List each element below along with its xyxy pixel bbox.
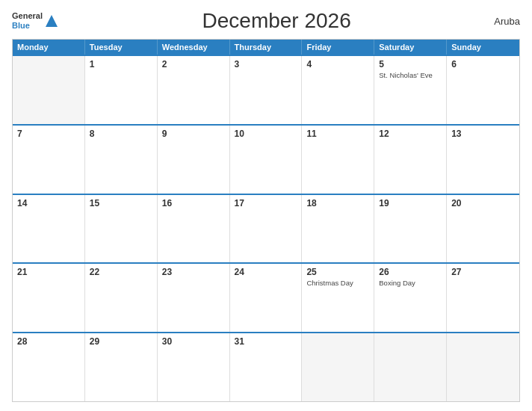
day-event: Christmas Day xyxy=(306,279,369,288)
calendar-cell: 3 xyxy=(230,56,303,124)
calendar-cell: 22 xyxy=(85,264,158,332)
page-header: General Blue December 2026 Aruba xyxy=(12,9,520,33)
day-number: 30 xyxy=(162,336,225,347)
day-number: 8 xyxy=(90,129,152,139)
header-friday: Friday xyxy=(302,40,374,55)
calendar-cell: 8 xyxy=(85,126,158,194)
calendar-cell: 2 xyxy=(158,56,230,124)
calendar-cell: 1 xyxy=(85,56,158,124)
calendar-cell: 6 xyxy=(447,56,519,124)
day-number: 15 xyxy=(90,198,152,208)
calendar-page: General Blue December 2026 Aruba Monday … xyxy=(0,0,532,411)
calendar-cell: 17 xyxy=(230,195,303,263)
calendar-row-4: 28293031 xyxy=(13,332,519,401)
calendar-cell: 11 xyxy=(302,126,374,194)
calendar-cell xyxy=(302,333,374,401)
day-number: 17 xyxy=(235,198,297,208)
calendar-cell: 23 xyxy=(158,264,230,332)
day-number: 11 xyxy=(306,129,369,139)
day-number: 24 xyxy=(235,267,297,277)
day-number: 14 xyxy=(17,198,80,208)
calendar-cell: 4 xyxy=(302,56,374,124)
header-sunday: Sunday xyxy=(447,40,519,55)
day-number: 10 xyxy=(235,129,297,139)
calendar-cell: 9 xyxy=(158,126,230,194)
logo-blue-text: Blue xyxy=(12,21,43,31)
calendar-body: 12345St. Nicholas' Eve678910111213141516… xyxy=(13,55,519,401)
calendar-header: Monday Tuesday Wednesday Thursday Friday… xyxy=(13,40,519,55)
day-number: 21 xyxy=(17,267,80,277)
day-number: 26 xyxy=(379,267,442,277)
calendar-cell: 29 xyxy=(85,333,158,401)
day-number: 23 xyxy=(162,267,225,277)
day-number: 5 xyxy=(379,59,442,69)
calendar-row-2: 14151617181920 xyxy=(13,194,519,263)
day-number: 31 xyxy=(235,336,297,347)
svg-marker-0 xyxy=(46,15,58,27)
logo: General Blue xyxy=(12,11,59,31)
calendar-cell xyxy=(374,333,447,401)
calendar-cell xyxy=(447,333,519,401)
day-event: Boxing Day xyxy=(379,279,442,288)
calendar-row-3: 2122232425Christmas Day26Boxing Day27 xyxy=(13,262,519,332)
calendar-cell: 12 xyxy=(374,126,447,194)
calendar-cell: 7 xyxy=(13,126,85,194)
calendar-cell: 19 xyxy=(374,195,447,263)
header-saturday: Saturday xyxy=(374,40,447,55)
page-title: December 2026 xyxy=(202,9,351,33)
calendar-cell: 20 xyxy=(447,195,519,263)
calendar-cell: 30 xyxy=(158,333,230,401)
calendar-cell: 18 xyxy=(302,195,374,263)
header-tuesday: Tuesday xyxy=(85,40,158,55)
calendar-cell: 28 xyxy=(13,333,85,401)
calendar-cell: 26Boxing Day xyxy=(374,264,447,332)
header-wednesday: Wednesday xyxy=(158,40,230,55)
calendar-cell: 25Christmas Day xyxy=(302,264,374,332)
logo-general-text: General xyxy=(12,11,43,21)
day-number: 2 xyxy=(162,59,225,69)
day-number: 19 xyxy=(379,198,442,208)
calendar-cell: 15 xyxy=(85,195,158,263)
day-number: 1 xyxy=(90,59,152,69)
day-number: 22 xyxy=(90,267,152,277)
calendar-cell: 13 xyxy=(447,126,519,194)
calendar-cell: 31 xyxy=(230,333,303,401)
calendar-cell: 14 xyxy=(13,195,85,263)
day-number: 27 xyxy=(451,267,515,277)
calendar-row-1: 78910111213 xyxy=(13,124,519,194)
day-number: 12 xyxy=(379,129,442,139)
day-number: 3 xyxy=(235,59,297,69)
day-number: 16 xyxy=(162,198,225,208)
day-number: 4 xyxy=(306,59,369,69)
calendar-cell xyxy=(13,56,85,124)
day-number: 13 xyxy=(451,129,515,139)
logo-icon xyxy=(44,13,59,28)
day-number: 28 xyxy=(17,336,80,347)
day-number: 29 xyxy=(90,336,152,347)
calendar-cell: 5St. Nicholas' Eve xyxy=(374,56,447,124)
day-number: 7 xyxy=(17,129,80,139)
day-number: 9 xyxy=(162,129,225,139)
calendar-cell: 24 xyxy=(230,264,303,332)
header-monday: Monday xyxy=(13,40,85,55)
day-event: St. Nicholas' Eve xyxy=(379,71,442,80)
calendar-cell: 10 xyxy=(230,126,303,194)
day-number: 18 xyxy=(306,198,369,208)
day-number: 6 xyxy=(451,59,515,69)
day-number: 25 xyxy=(306,267,369,277)
region-label: Aruba xyxy=(494,16,520,27)
calendar-row-0: 12345St. Nicholas' Eve6 xyxy=(13,55,519,124)
calendar-grid: Monday Tuesday Wednesday Thursday Friday… xyxy=(12,39,520,402)
calendar-cell: 27 xyxy=(447,264,519,332)
header-thursday: Thursday xyxy=(230,40,303,55)
calendar-cell: 16 xyxy=(158,195,230,263)
day-number: 20 xyxy=(451,198,515,208)
calendar-cell: 21 xyxy=(13,264,85,332)
